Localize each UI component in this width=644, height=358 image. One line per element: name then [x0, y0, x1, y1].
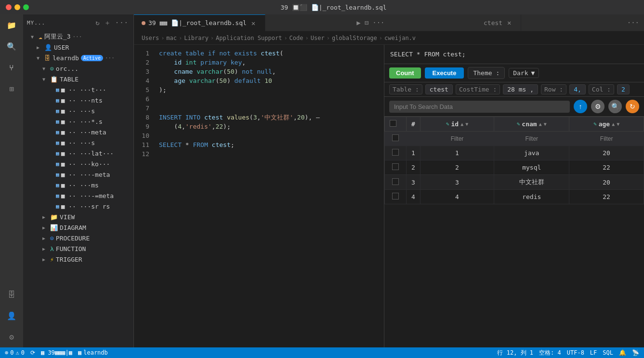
tab-close-button[interactable]: ✕ — [250, 19, 257, 27]
filter-cname-input[interactable] — [499, 135, 564, 142]
settings-icon[interactable]: ⚙ — [5, 330, 18, 344]
status-encoding[interactable]: UTF-8 — [567, 349, 584, 356]
code-editor[interactable]: 12345 678910 1112 create table if not ex… — [134, 45, 384, 347]
status-broadcast-icon[interactable]: 📡 — [632, 349, 639, 356]
sidebar-add-icon[interactable]: ＋ — [103, 18, 112, 28]
breadcrumb-item[interactable]: mac — [166, 35, 177, 41]
sidebar-item-table-9[interactable]: ▦ ■ ·· ···-meta — [23, 169, 133, 180]
count-button[interactable]: Count — [389, 67, 421, 79]
row-checkbox[interactable] — [385, 175, 407, 190]
more-tabs-icon[interactable]: ··· — [627, 19, 644, 27]
table-row[interactable]: 1 1 java 20 — [385, 146, 644, 160]
execute-button[interactable]: Execute — [425, 67, 464, 79]
close-button[interactable] — [6, 4, 12, 10]
sidebar-item-table-7[interactable]: ▦ ■ ·· ···lat··· — [23, 148, 133, 159]
tab-ctest[interactable]: ctest ✕ — [476, 14, 521, 31]
sidebar-item-alicloud[interactable]: ▼ ☁ 阿里云_3 ··· — [23, 31, 133, 42]
row-checkbox[interactable] — [385, 190, 407, 204]
sidebar-item-view[interactable]: ▶ 📁 VIEW — [23, 212, 133, 222]
row-checkbox[interactable] — [385, 146, 407, 160]
maximize-button[interactable] — [23, 4, 29, 10]
sidebar-item-table[interactable]: ▼ 📋 TABLE — [23, 74, 133, 84]
sidebar-item-user[interactable]: ▶ 👤 USER — [23, 42, 133, 53]
sidebar-item-table-8[interactable]: ▦ ■ ·· ···ko··· — [23, 159, 133, 169]
breadcrumb-item[interactable]: User — [311, 35, 325, 41]
status-db[interactable]: ▦ learndb — [78, 349, 108, 356]
status-language[interactable]: SQL — [603, 349, 613, 356]
filter-age-input[interactable] — [574, 135, 639, 142]
filter-id-cell[interactable] — [420, 132, 494, 146]
col-header-cname[interactable]: ✎ cnam ▲ ▼ — [494, 117, 569, 132]
sidebar-item-table-6[interactable]: ▦ ■ ·· ···s — [23, 137, 133, 148]
status-line-ending[interactable]: LF — [590, 349, 597, 356]
filter-cname-cell[interactable] — [494, 132, 569, 146]
search-icon-button[interactable]: 🔍 — [608, 100, 622, 113]
trigger-icon: ⚡ — [50, 256, 54, 263]
refresh-button[interactable]: ↻ — [626, 100, 639, 113]
sidebar-item-trigger[interactable]: ▶ ⚡ TRIGGER — [23, 254, 133, 265]
breadcrumb-item[interactable]: cweijan.v — [384, 35, 416, 41]
more-actions-icon[interactable]: ··· — [372, 19, 384, 27]
tab-sql-file[interactable]: 39 ▦▦ 📄|_root_learndb.sql ✕ — [134, 14, 265, 31]
sidebar-item-table-12[interactable]: ▦ ■ ·· ···sr rs — [23, 201, 133, 212]
search-input[interactable] — [389, 101, 570, 113]
sidebar-item-table-10[interactable]: ▦ ■ ·· ···ms — [23, 180, 133, 190]
status-spaces[interactable]: 空格: 4 — [539, 349, 561, 357]
sidebar-item-table-5[interactable]: ▦ ■ ·· ···meta — [23, 127, 133, 137]
sidebar-item-function[interactable]: ▶ λ FUNCTION — [23, 243, 133, 254]
sidebar-item-table-4[interactable]: ▦ ■ ·· ···*.s — [23, 116, 133, 127]
breadcrumb-item[interactable]: Users — [142, 35, 159, 41]
breadcrumb-item[interactable]: Code — [289, 35, 303, 41]
sidebar-item-orc[interactable]: ▼ ⊙ orc... — [23, 63, 133, 74]
table-icon: ▦ — [56, 182, 59, 188]
share-button[interactable]: ↑ — [574, 100, 587, 113]
table-row[interactable]: 2 2 mysql 22 — [385, 160, 644, 175]
account-icon[interactable]: 👤 — [5, 309, 18, 322]
col-header-id[interactable]: ✎ id ▲ ▼ — [420, 117, 494, 132]
view-folder-icon: 📁 — [50, 213, 58, 221]
row-checkbox[interactable] — [385, 160, 407, 175]
split-editor-icon[interactable]: ⊟ — [365, 19, 368, 27]
run-icon[interactable]: ▶ — [356, 19, 360, 27]
status-file-info[interactable]: ▦ 39▦▦▦|▦ — [41, 349, 72, 356]
sidebar-more-icon[interactable]: ··· — [114, 18, 130, 28]
source-control-icon[interactable]: ⑂ — [5, 61, 18, 74]
checkbox-header[interactable] — [385, 117, 407, 132]
col-header-age[interactable]: ✎ age ▲ ▼ — [569, 117, 644, 132]
sidebar-item-table-3[interactable]: ▦ ■ ·· ···s — [23, 106, 133, 116]
sidebar-item-learndb[interactable]: ▼ 🗄 learndb Active ··· — [23, 53, 133, 63]
procedure-icon: ⊙ — [50, 235, 54, 242]
theme-select[interactable]: Dark ▼ — [509, 68, 539, 78]
search-activity-icon[interactable]: 🔍 — [5, 40, 18, 53]
database-icon[interactable]: 🗄 — [5, 288, 18, 301]
status-position[interactable]: 行 12, 列 1 — [497, 349, 533, 357]
sidebar-item-table-11[interactable]: ▦ ■ ·· ···-=meta — [23, 190, 133, 201]
code-content[interactable]: create table if not exists ctest( id int… — [155, 45, 384, 347]
breadcrumb-item[interactable]: Library — [184, 35, 209, 41]
filter-age-cell[interactable] — [569, 132, 644, 146]
sidebar-item-table-1[interactable]: ▦ ■ ·· ···t··· — [23, 84, 133, 95]
table-row[interactable]: 3 3 中文社群 20 — [385, 175, 644, 190]
status-git[interactable]: ⟳ — [30, 349, 35, 356]
sidebar-item-procedure[interactable]: ▶ ⊙ PROCEDURE — [23, 233, 133, 243]
filter-checkbox-cell — [385, 132, 407, 146]
status-notification-icon[interactable]: 🔔 — [619, 349, 626, 356]
filter-id-input[interactable] — [425, 135, 489, 142]
sidebar-item-diagram[interactable]: ▶ 📊 DIAGRAM — [23, 222, 133, 233]
col-header-hash[interactable]: # — [407, 117, 421, 132]
filter-settings-button[interactable]: ⚙ — [591, 100, 605, 113]
diagram-icon: 📊 — [50, 224, 58, 231]
status-errors[interactable]: ⊗ 0 ⚠ 0 — [5, 349, 25, 356]
sidebar-item-label: learndb — [53, 54, 79, 62]
extensions-icon[interactable]: ⊞ — [5, 82, 18, 95]
breadcrumb-item[interactable]: globalStorage — [332, 35, 377, 41]
sidebar-item-table-2[interactable]: ▦ ■ ·· ···nts — [23, 95, 133, 106]
sidebar-refresh-icon[interactable]: ↻ — [94, 18, 101, 28]
tab-close-button[interactable]: ✕ — [505, 19, 513, 27]
row-cname: mysql — [494, 160, 569, 175]
minimize-button[interactable] — [14, 4, 20, 10]
files-icon[interactable]: 📁 — [5, 18, 18, 32]
row-age: 22 — [569, 160, 644, 175]
breadcrumb-item[interactable]: Application Support — [216, 35, 282, 41]
table-row[interactable]: 4 4 redis 22 — [385, 190, 644, 204]
